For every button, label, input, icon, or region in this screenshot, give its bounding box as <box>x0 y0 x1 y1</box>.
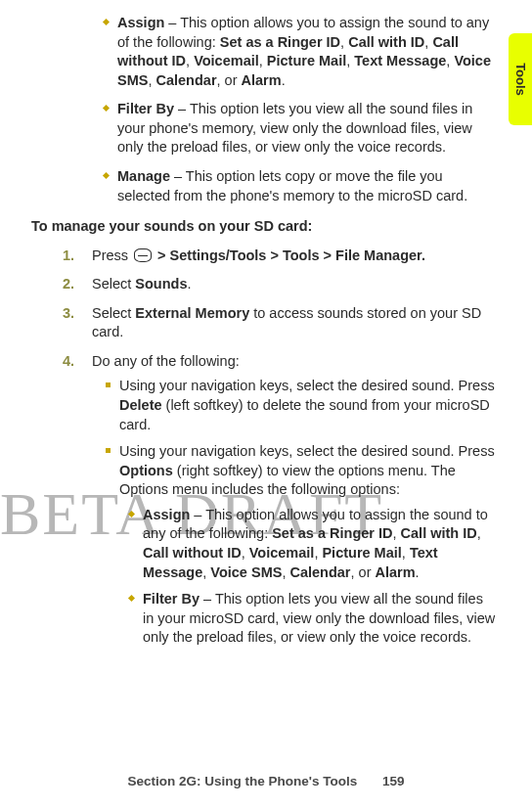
sub-bold: Options <box>119 463 173 478</box>
step-number: 1. <box>63 247 74 266</box>
opt: Picture Mail <box>267 53 346 68</box>
inner-assign: Assign – This option allows you to assig… <box>143 506 497 582</box>
step-text: Select <box>92 276 135 292</box>
options-inner-list: Assign – This option allows you to assig… <box>119 506 497 648</box>
opt: Calendar <box>289 564 350 580</box>
sub-text: Using your navigation keys, select the d… <box>119 443 495 459</box>
page-number: 159 <box>382 774 405 788</box>
step-number: 2. <box>63 275 74 294</box>
step-text: Select <box>92 305 135 321</box>
bullet-head: Filter By <box>143 591 200 607</box>
opt: Set as a Ringer ID <box>272 525 392 541</box>
step-text: Do any of the following: <box>92 353 240 369</box>
step-4: 4. Do any of the following: Using your n… <box>31 352 497 648</box>
step-number: 3. <box>63 304 74 324</box>
menu-key-icon <box>134 248 152 262</box>
sub-text: (left softkey) to delete the sound from … <box>119 397 490 432</box>
page-footer: Section 2G: Using the Phone's Tools 159 <box>0 773 532 790</box>
step-number: 4. <box>63 352 74 372</box>
bullet-text: – This option lets copy or move the file… <box>117 168 467 203</box>
opt: Set as a Ringer ID <box>220 34 340 50</box>
menu-path: > Settings/Tools > Tools > File Manager. <box>154 248 425 263</box>
page: Tools BETA DRAFT Assign – This option al… <box>0 0 532 810</box>
opt: Call with ID <box>348 34 424 50</box>
inner-filter-by: Filter By – This option lets you view al… <box>143 590 497 648</box>
section-tab-label: Tools <box>511 63 529 96</box>
footer-section: Section 2G: Using the Phone's Tools <box>127 774 357 788</box>
sub-text: Using your navigation keys, select the d… <box>119 378 495 393</box>
opt: Voicemail <box>249 545 315 561</box>
section-tab: Tools <box>509 33 532 125</box>
step-1: 1. Press > Settings/Tools > Tools > File… <box>31 247 497 266</box>
sub-bold: Delete <box>119 397 162 413</box>
opt: Call without ID <box>143 545 242 561</box>
content: Assign – This option allows you to assig… <box>31 14 497 648</box>
top-bullet-list: Assign – This option allows you to assig… <box>31 14 497 205</box>
bullet-head: Filter By <box>117 101 174 116</box>
bullet-filter-by: Filter By – This option lets you view al… <box>117 100 497 158</box>
opt: Alarm <box>376 564 416 580</box>
step-tail: . <box>188 276 192 292</box>
steps-list: 1. Press > Settings/Tools > Tools > File… <box>31 247 497 648</box>
bullet-manage: Manage – This option lets copy or move t… <box>117 167 497 205</box>
bullet-assign: Assign – This option allows you to assig… <box>117 14 497 90</box>
bullet-head: Assign <box>143 507 190 522</box>
opt: Picture Mail <box>322 545 401 561</box>
opt: Text Message <box>354 53 446 68</box>
step-2: 2. Select Sounds. <box>31 275 497 294</box>
step-3: 3. Select External Memory to access soun… <box>31 304 497 342</box>
sub-delete: Using your navigation keys, select the d… <box>119 377 497 434</box>
opt: Alarm <box>242 72 282 88</box>
step-bold: Sounds <box>135 276 187 292</box>
opt: Voice SMS <box>210 564 282 580</box>
sub-options: Using your navigation keys, select the d… <box>119 442 497 648</box>
bullet-head: Assign <box>117 15 164 30</box>
bullet-head: Manage <box>117 168 170 184</box>
step-bold: External Memory <box>135 305 249 321</box>
opt: Voicemail <box>194 53 259 68</box>
step-text: Press <box>92 248 132 263</box>
section-intro: To manage your sounds on your SD card: <box>31 217 497 237</box>
opt: Call with ID <box>401 525 477 541</box>
opt: Calendar <box>155 72 216 88</box>
step-4-sub-list: Using your navigation keys, select the d… <box>92 377 497 647</box>
